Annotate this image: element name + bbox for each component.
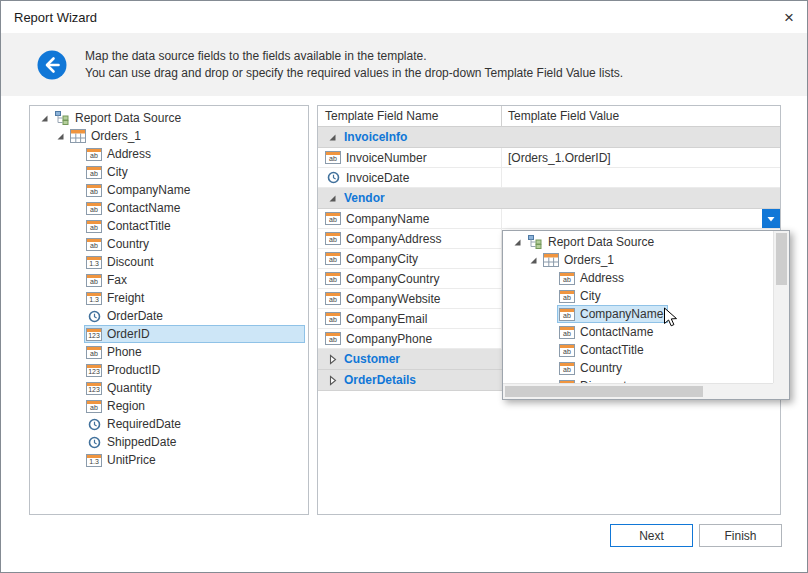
popup-item-country[interactable]: abCountry [503, 359, 773, 377]
tree-item-contacttitle[interactable]: abContactTitle [30, 217, 308, 235]
popup-item-orders-1[interactable]: Orders_1 [503, 251, 773, 269]
tree-item-orderdate[interactable]: OrderDate [30, 307, 308, 325]
expand-closed-icon[interactable] [325, 352, 339, 366]
next-button[interactable]: Next [610, 524, 693, 547]
icon-glyph: 1.3 [87, 296, 101, 304]
indent-spacer [68, 362, 84, 378]
indent-spacer [541, 306, 557, 322]
table-icon [543, 253, 559, 267]
field-name-cell[interactable]: abCompanyAddress [318, 229, 502, 248]
expand-closed-icon[interactable] [325, 373, 339, 387]
tree-node-label: Address [580, 271, 624, 285]
tree-item-city[interactable]: abCity [30, 163, 308, 181]
field-value-cell[interactable] [502, 209, 780, 228]
tree-item-requireddate[interactable]: RequiredDate [30, 415, 308, 433]
expand-open-icon[interactable] [52, 128, 68, 144]
tree-node-content: abCity [84, 163, 305, 181]
popup-item-companyname[interactable]: abCompanyName [503, 305, 773, 323]
tree-item-companyname[interactable]: abCompanyName [30, 181, 308, 199]
column-header-template-field-name[interactable]: Template Field Name [318, 106, 502, 126]
expand-open-icon[interactable] [36, 110, 52, 126]
vertical-scrollbar-thumb[interactable] [776, 233, 787, 285]
field-name-cell[interactable]: abCompanyCity [318, 249, 502, 268]
back-arrow-icon [37, 50, 67, 80]
tree-node-content: 123ProductID [84, 361, 305, 379]
popup-item-report-data-source[interactable]: Report Data Source [503, 233, 773, 251]
field-name-cell[interactable]: abCompanyWebsite [318, 289, 502, 308]
title-bar[interactable]: Report Wizard × [1, 1, 807, 33]
tree-item-phone[interactable]: abPhone [30, 343, 308, 361]
group-label: Vendor [344, 191, 385, 205]
field-value-cell[interactable] [502, 168, 780, 187]
tree-node-label: Address [107, 147, 151, 161]
popup-item-contactname[interactable]: abContactName [503, 323, 773, 341]
field-name-cell[interactable]: abInvoiceNumber [318, 148, 502, 167]
indent-spacer [68, 380, 84, 396]
tree-item-address[interactable]: abAddress [30, 145, 308, 163]
close-button[interactable]: × [784, 9, 794, 26]
icon-glyph: 123 [87, 332, 101, 340]
text-field-icon: ab [86, 148, 102, 161]
expand-open-icon[interactable] [509, 234, 525, 250]
field-name-cell[interactable]: InvoiceDate [318, 168, 502, 187]
tree-item-discount[interactable]: 1.3Discount [30, 253, 308, 271]
tree-item-report-data-source[interactable]: Report Data Source [30, 109, 308, 127]
tree-node-content: 1.3Discount [84, 253, 305, 271]
popup-item-city[interactable]: abCity [503, 287, 773, 305]
tree-item-contactname[interactable]: abContactName [30, 199, 308, 217]
decimal-field-icon: 1.3 [86, 256, 102, 269]
horizontal-scrollbar-thumb[interactable] [505, 386, 703, 397]
icon-glyph: ab [87, 170, 101, 178]
icon-glyph: ab [87, 404, 101, 412]
icon-glyph: ab [326, 155, 340, 163]
expand-open-icon[interactable] [325, 130, 339, 144]
popup-item-contacttitle[interactable]: abContactTitle [503, 341, 773, 359]
tree-node-label: Freight [107, 291, 144, 305]
integer-field-icon: 123 [86, 382, 102, 395]
horizontal-scrollbar[interactable] [503, 383, 773, 399]
tree-item-productid[interactable]: 123ProductID [30, 361, 308, 379]
tree-node-content: Orders_1 [541, 251, 619, 269]
text-field-icon: ab [325, 232, 341, 245]
decimal-field-icon: 1.3 [86, 292, 102, 305]
tree-node-content: abAddress [557, 269, 629, 287]
back-button[interactable] [37, 50, 67, 80]
tree-item-fax[interactable]: abFax [30, 271, 308, 289]
field-name-cell[interactable]: abCompanyName [318, 209, 502, 228]
field-name-cell[interactable]: abCompanyCountry [318, 269, 502, 288]
dropdown-button[interactable] [762, 209, 780, 228]
popup-item-address[interactable]: abAddress [503, 269, 773, 287]
tree-node-label: City [580, 289, 601, 303]
icon-glyph: ab [87, 350, 101, 358]
tree-item-orders-1[interactable]: Orders_1 [30, 127, 308, 145]
field-row-invoicenumber: abInvoiceNumber[Orders_1.OrderID] [318, 148, 780, 168]
vertical-scrollbar[interactable] [773, 231, 789, 383]
group-row-vendor[interactable]: Vendor [318, 188, 780, 209]
tree-item-unitprice[interactable]: 1.3UnitPrice [30, 451, 308, 469]
tree-node-label: RequiredDate [107, 417, 181, 431]
field-name-cell[interactable]: abCompanyPhone [318, 329, 502, 348]
decimal-field-icon: 1.3 [86, 454, 102, 467]
tree-item-quantity[interactable]: 123Quantity [30, 379, 308, 397]
finish-button[interactable]: Finish [699, 524, 782, 547]
group-row-invoiceinfo[interactable]: InvoiceInfo [318, 127, 780, 148]
field-value-cell[interactable]: [Orders_1.OrderID] [502, 148, 780, 167]
icon-glyph: 1.3 [87, 458, 101, 466]
column-header-template-field-value[interactable]: Template Field Value [502, 106, 780, 126]
tree-item-country[interactable]: abCountry [30, 235, 308, 253]
dropdown-tree: Report Data SourceOrders_1abAddressabCit… [503, 231, 773, 383]
tree-item-freight[interactable]: 1.3Freight [30, 289, 308, 307]
field-name-cell[interactable]: abCompanyEmail [318, 309, 502, 328]
icon-glyph: ab [326, 296, 340, 304]
tree-node-content: abRegion [84, 397, 305, 415]
tree-item-orderid[interactable]: 123OrderID [30, 325, 308, 343]
tree-node-content: abContactTitle [557, 341, 649, 359]
expand-open-icon[interactable] [525, 252, 541, 268]
field-name-label: InvoiceNumber [346, 151, 427, 165]
tree-item-region[interactable]: abRegion [30, 397, 308, 415]
window-title: Report Wizard [14, 10, 97, 25]
tree-node-content: 123OrderID [84, 325, 305, 343]
indent-spacer [68, 272, 84, 288]
tree-item-shippeddate[interactable]: ShippedDate [30, 433, 308, 451]
expand-open-icon[interactable] [325, 191, 339, 205]
